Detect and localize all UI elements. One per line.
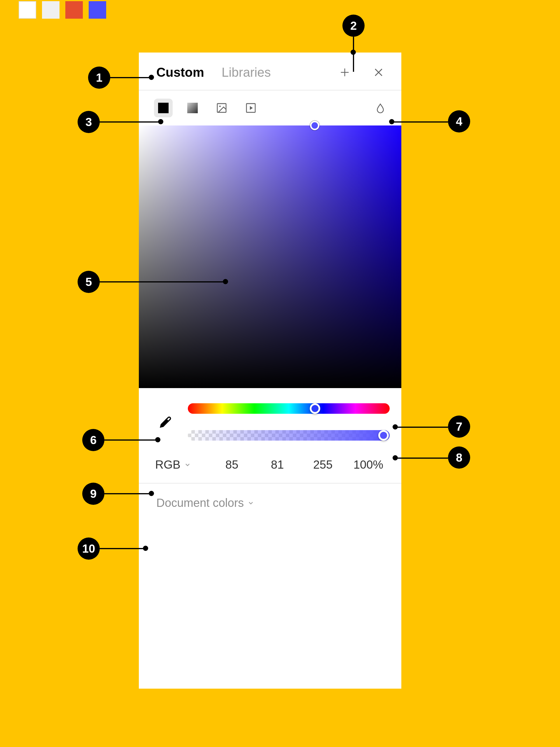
swatch-white[interactable]: [19, 1, 36, 19]
callout-8: 8: [448, 446, 470, 469]
swatch-row: [0, 0, 560, 19]
saturation-brightness-canvas[interactable]: [139, 126, 401, 388]
value-g[interactable]: 81: [256, 458, 299, 471]
canvas-handle[interactable]: [310, 121, 319, 130]
tab-custom[interactable]: Custom: [156, 65, 204, 80]
color-picker-panel: Custom Libraries: [139, 53, 401, 689]
fill-solid-button[interactable]: [154, 99, 173, 117]
swatch-lightgray[interactable]: [42, 1, 59, 19]
alpha-handle[interactable]: [378, 430, 389, 441]
svg-rect-4: [158, 103, 168, 113]
callout-1: 1: [88, 67, 110, 89]
solid-icon: [158, 102, 169, 114]
hue-slider[interactable]: [188, 403, 390, 414]
fill-gradient-button[interactable]: [183, 99, 202, 117]
callout-9: 9: [82, 483, 104, 505]
add-style-button[interactable]: [337, 64, 353, 80]
callout-dot: [393, 424, 398, 430]
video-icon: [245, 102, 257, 114]
callout-dot: [351, 50, 356, 55]
close-icon: [373, 67, 384, 78]
plus-icon: [339, 67, 351, 78]
callout-dot: [155, 437, 160, 442]
slider-section: [139, 388, 401, 446]
swatch-blue[interactable]: [89, 1, 106, 19]
chevron-down-icon: [184, 461, 191, 468]
color-values-row: RGB 85 81 255 100%: [139, 446, 401, 484]
callout-line: [104, 493, 150, 494]
eyedropper-button[interactable]: [155, 414, 176, 430]
blend-mode-button[interactable]: [371, 99, 390, 117]
droplet-icon: [375, 103, 385, 113]
callout-6: 6: [82, 429, 104, 451]
color-model-dropdown[interactable]: RGB: [155, 458, 208, 471]
alpha-slider[interactable]: [188, 430, 390, 441]
svg-rect-5: [187, 103, 198, 113]
callout-line: [393, 121, 448, 123]
chevron-down-icon: [247, 499, 254, 507]
callout-line: [100, 121, 159, 123]
callout-7: 7: [448, 415, 470, 438]
sliders: [188, 403, 390, 441]
gradient-icon: [187, 102, 198, 114]
svg-marker-9: [250, 106, 253, 110]
svg-point-7: [219, 106, 221, 107]
callout-3: 3: [78, 111, 100, 133]
fill-type-row: [139, 91, 401, 126]
fill-image-button[interactable]: [212, 99, 231, 117]
color-model-label: RGB: [155, 458, 181, 471]
value-r[interactable]: 85: [211, 458, 253, 471]
callout-line: [104, 439, 156, 441]
callout-10: 10: [78, 538, 100, 560]
callout-dot: [223, 279, 228, 284]
callout-dot: [393, 455, 398, 460]
callout-4: 4: [448, 110, 470, 132]
document-colors-dropdown[interactable]: Document colors: [139, 484, 401, 518]
callout-dot: [143, 546, 148, 551]
callout-line: [100, 281, 224, 282]
tabs-row: Custom Libraries: [139, 53, 401, 91]
value-alpha[interactable]: 100%: [347, 458, 390, 471]
callout-dot: [158, 119, 163, 124]
callout-line: [397, 427, 448, 428]
eyedropper-icon: [158, 414, 173, 430]
fill-video-button[interactable]: [241, 99, 260, 117]
value-b[interactable]: 255: [301, 458, 344, 471]
document-colors-label: Document colors: [156, 496, 244, 510]
callout-line: [397, 458, 448, 459]
tab-libraries[interactable]: Libraries: [222, 65, 271, 80]
close-button[interactable]: [370, 64, 387, 80]
hue-handle[interactable]: [310, 403, 320, 414]
callout-line: [110, 77, 150, 78]
callout-dot: [149, 75, 154, 80]
callout-line: [100, 548, 144, 549]
callout-5: 5: [78, 271, 100, 293]
swatch-red[interactable]: [65, 1, 83, 19]
callout-2: 2: [342, 15, 365, 37]
callout-dot: [389, 119, 394, 124]
callout-dot: [149, 491, 154, 496]
image-icon: [216, 102, 228, 114]
